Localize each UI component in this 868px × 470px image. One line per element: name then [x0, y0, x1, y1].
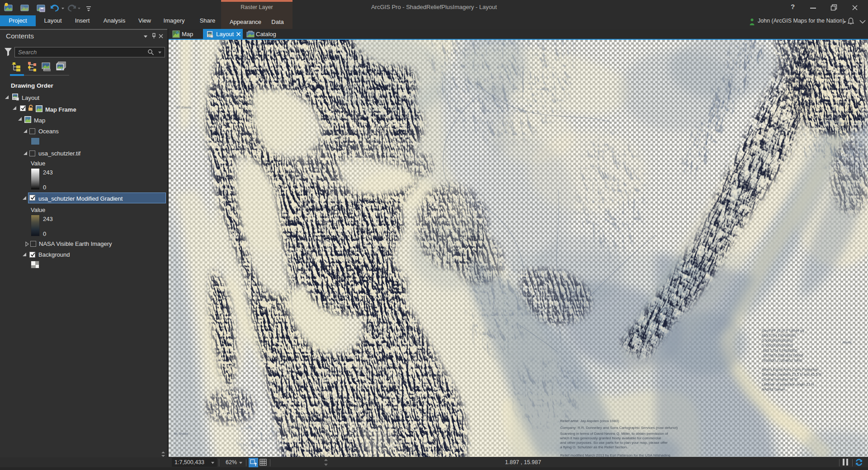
- svg-text:-685.5754 674638500: -685.5754 674638500: [762, 348, 797, 352]
- svg-text:and other purposes. So use par: and other purposes. So use parts for to …: [560, 441, 668, 445]
- svg-text:Central meridian 96 W: Central meridian 96 W: [762, 377, 798, 381]
- svg-text:0.00000000000000: 0.00000000000000: [762, 343, 793, 348]
- svg-text:0.00000000000000: 0.00000000000000: [762, 338, 793, 343]
- svg-text:Albers Equal-Area Conic Projec: Albers Equal-Area Conic Projection: [762, 367, 818, 371]
- svg-text:Company: R.R. Donnelley and So: Company: R.R. Donnelley and Sons Cartogr…: [560, 426, 678, 430]
- svg-text:a flying O. Schutzler as the R: a flying O. Schutzler as the Relief Sect…: [560, 445, 627, 449]
- svg-text:Relief modified March 2013 by: Relief modified March 2013 by Esri Patte…: [560, 453, 670, 457]
- svg-text:Mt. Rainier: Mt. Rainier: [177, 106, 191, 109]
- svg-text:Mt. Shasta: Mt. Shasta: [174, 432, 188, 435]
- svg-text:GeoTIFF (5.0) P 18044 sq: GeoTIFF (5.0) P 18044 sq: [762, 329, 804, 333]
- svg-text:Relief artist: Jay Aspden (cir: Relief artist: Jay Aspden (circa 1983): [560, 419, 619, 423]
- svg-text:Latitude of projection origin: Latitude of projection origin 23 N: [762, 382, 814, 386]
- svg-text:Scanning in terms of David Nev: Scanning in terms of David Nevins Q. Mil…: [560, 432, 669, 436]
- svg-text:Standard parallels 29.5 N and: Standard parallels 29.5 N and 45.5 N: [762, 372, 821, 376]
- svg-text:which it has generously grante: which it has generously granted freely a…: [560, 436, 661, 440]
- svg-text:7603830.72264852 0000: 7603830.72264852 0000: [762, 358, 802, 362]
- svg-text:Atlantic: Atlantic: [842, 341, 852, 344]
- svg-text:NAD83 Datum: NAD83 Datum: [762, 387, 785, 391]
- svg-text:685.5754 192400000: 685.5754 192400000: [762, 334, 796, 338]
- svg-text:-2879878.5881839 00000: -2879878.5881839 00000: [762, 353, 803, 357]
